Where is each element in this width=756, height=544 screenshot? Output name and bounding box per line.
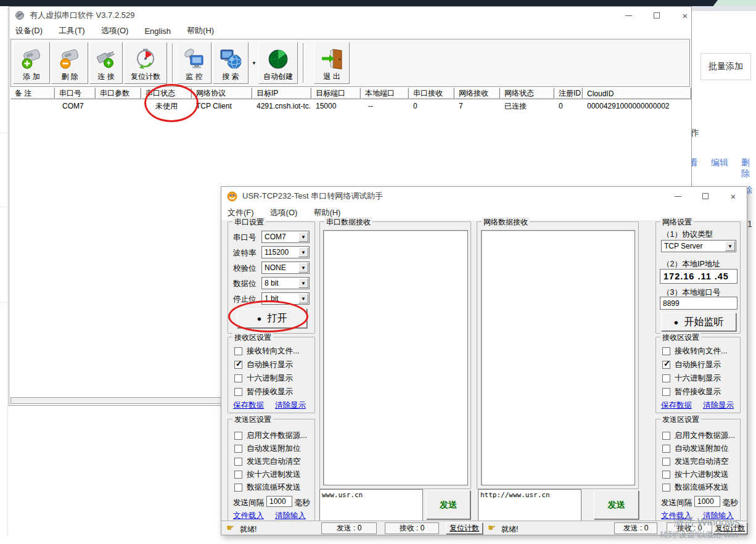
clear-display-link[interactable]: 清除显示 xyxy=(703,400,734,411)
col-com[interactable]: 串口号 xyxy=(55,88,96,99)
checkbox-icon[interactable] xyxy=(234,445,242,453)
vcom-close-button[interactable]: × xyxy=(674,7,696,24)
col-net-status[interactable]: 网络状态 xyxy=(500,88,554,99)
auto-append-checkbox[interactable]: 自动发送附加位 xyxy=(234,443,301,454)
vcom-minimize-button[interactable] xyxy=(617,7,639,24)
loop-send-checkbox[interactable]: 数据流循环发送 xyxy=(662,482,729,493)
checkbox-icon[interactable] xyxy=(234,361,242,369)
pause-recv-checkbox[interactable]: 暂停接收显示 xyxy=(234,387,293,397)
vcom-titlebar[interactable]: 有人虚拟串口软件 V3.7.2.529 × xyxy=(9,7,691,24)
clear-display-link[interactable]: 清除显示 xyxy=(275,400,306,411)
checkbox-icon[interactable] xyxy=(234,484,242,492)
vcom-table-row[interactable]: COM7 未使用 TCP Client 4291.cnsh.iot-tc... … xyxy=(10,99,691,113)
recv-to-file-checkbox[interactable]: 接收转向文件... xyxy=(662,346,727,356)
clear-input-link[interactable]: 清除输入 xyxy=(275,511,306,521)
hex-display-checkbox[interactable]: 十六进制显示 xyxy=(662,373,721,384)
recv-to-file-checkbox[interactable]: 接收转向文件... xyxy=(234,346,299,356)
monitor-button[interactable]: 监 控 xyxy=(177,42,212,84)
net-send-button[interactable]: 发送 xyxy=(594,490,639,519)
serial-send-button[interactable]: 发送 xyxy=(426,490,470,519)
file-source-checkbox[interactable]: 启用文件数据源... xyxy=(234,431,307,441)
delete-button[interactable]: 删 除 xyxy=(51,42,88,84)
save-data-link[interactable]: 保存数据 xyxy=(661,400,692,411)
checkbox-icon[interactable] xyxy=(234,432,242,440)
checkbox-icon[interactable] xyxy=(234,388,242,396)
exit-button[interactable]: 退 出 xyxy=(314,42,350,84)
checkbox-icon[interactable] xyxy=(662,471,670,479)
open-serial-button[interactable]: ●打开 xyxy=(237,308,307,328)
checkbox-icon[interactable] xyxy=(662,374,670,382)
auto-append-checkbox[interactable]: 自动发送附加位 xyxy=(662,443,729,454)
test-minimize-button[interactable] xyxy=(667,187,689,205)
loop-send-checkbox[interactable]: 数据流循环发送 xyxy=(234,482,301,493)
chevron-down-icon[interactable]: ▼ xyxy=(298,263,308,273)
net-send-input[interactable]: http://www.usr.cn xyxy=(478,489,581,521)
batch-add-button[interactable]: 批量添加 xyxy=(701,53,751,80)
checkbox-icon[interactable] xyxy=(662,347,670,355)
pause-recv-checkbox[interactable]: 暂停接收显示 xyxy=(662,387,721,397)
checkbox-icon[interactable] xyxy=(662,445,670,453)
search-dropdown-arrow[interactable]: ▼ xyxy=(250,60,258,66)
checkbox-icon[interactable] xyxy=(662,388,670,396)
serial-reset-count-button[interactable]: 复位计数 xyxy=(446,522,483,534)
test-titlebar[interactable]: USR-TCP232-Test 串口转网络调试助手 × xyxy=(221,187,747,205)
chevron-down-icon[interactable]: ▼ xyxy=(298,232,308,242)
save-data-link[interactable]: 保存数据 xyxy=(233,400,264,411)
col-com-recv[interactable]: 串口接收 xyxy=(409,88,454,99)
menu-help[interactable]: 帮助(H) xyxy=(187,25,214,36)
checkbox-icon[interactable] xyxy=(234,471,242,479)
col-net-recv[interactable]: 网络接收 xyxy=(454,88,500,99)
edit-link[interactable]: 编辑 xyxy=(711,157,728,168)
col-params[interactable]: 串口参数 xyxy=(96,88,141,99)
interval-input[interactable]: 1000 xyxy=(694,496,720,507)
chevron-down-icon[interactable]: ▼ xyxy=(298,294,308,303)
checkbox-icon[interactable] xyxy=(662,432,670,440)
col-reg-id[interactable]: 注册ID xyxy=(554,88,583,99)
menu-tools[interactable]: 工具(T) xyxy=(59,25,85,36)
menu-device[interactable]: 设备(D) xyxy=(15,25,43,36)
chevron-down-icon[interactable]: ▼ xyxy=(298,247,308,257)
autocreate-button[interactable]: 自动创建 xyxy=(258,42,298,84)
stopbits-select[interactable]: 1 bit▼ xyxy=(261,292,310,305)
auto-wrap-checkbox[interactable]: 自动换行显示 xyxy=(662,360,721,370)
local-ip-input[interactable]: 172.16 .11 .45 xyxy=(660,269,738,284)
com-select[interactable]: COM7▼ xyxy=(261,231,310,243)
load-file-link[interactable]: 文件载入 xyxy=(233,511,264,521)
col-com-status[interactable]: 串口状态 xyxy=(141,88,192,99)
databits-select[interactable]: 8 bit▼ xyxy=(261,277,310,289)
serial-send-input[interactable]: www.usr.cn xyxy=(319,489,423,521)
connect-button[interactable]: 连 接 xyxy=(89,42,123,84)
clear-after-send-checkbox[interactable]: 发送完自动清空 xyxy=(662,456,729,467)
col-remark[interactable]: 备 注 xyxy=(10,88,55,99)
col-target-port[interactable]: 目标端口 xyxy=(311,88,361,99)
start-listen-button[interactable]: ●开始监听 xyxy=(661,313,736,331)
hex-send-checkbox[interactable]: 按十六进制发送 xyxy=(234,469,301,480)
hex-send-checkbox[interactable]: 按十六进制发送 xyxy=(662,469,729,480)
test-maximize-button[interactable] xyxy=(694,187,717,205)
col-protocol[interactable]: 网络协议 xyxy=(192,88,252,99)
menu-english[interactable]: English xyxy=(144,27,171,36)
vcom-maximize-button[interactable] xyxy=(646,7,668,24)
chevron-down-icon[interactable]: ▼ xyxy=(298,278,308,288)
clear-after-send-checkbox[interactable]: 发送完自动清空 xyxy=(234,456,301,467)
hex-display-checkbox[interactable]: 十六进制显示 xyxy=(234,373,293,384)
menu-options[interactable]: 选项(O) xyxy=(101,25,129,36)
reset-count-button[interactable]: 复位计数 xyxy=(124,42,167,84)
parity-select[interactable]: NONE▼ xyxy=(261,262,310,274)
checkbox-icon[interactable] xyxy=(234,347,242,355)
interval-input[interactable]: 1000 xyxy=(266,496,292,507)
test-close-button[interactable]: × xyxy=(722,187,744,205)
col-local-port[interactable]: 本地端口 xyxy=(361,88,409,99)
add-button[interactable]: 添 加 xyxy=(13,42,50,84)
net-recv-textarea[interactable] xyxy=(481,230,635,485)
delete-link-partial[interactable]: 删除 xyxy=(741,157,756,179)
chevron-down-icon[interactable]: ▼ xyxy=(725,241,735,251)
auto-wrap-checkbox[interactable]: 自动换行显示 xyxy=(234,360,293,370)
checkbox-icon[interactable] xyxy=(234,458,242,466)
col-cloud-id[interactable]: CloudID xyxy=(583,88,691,99)
serial-recv-textarea[interactable] xyxy=(323,230,468,485)
checkbox-icon[interactable] xyxy=(662,458,670,466)
checkbox-icon[interactable] xyxy=(234,374,242,382)
checkbox-icon[interactable] xyxy=(662,361,670,369)
checkbox-icon[interactable] xyxy=(662,484,670,492)
